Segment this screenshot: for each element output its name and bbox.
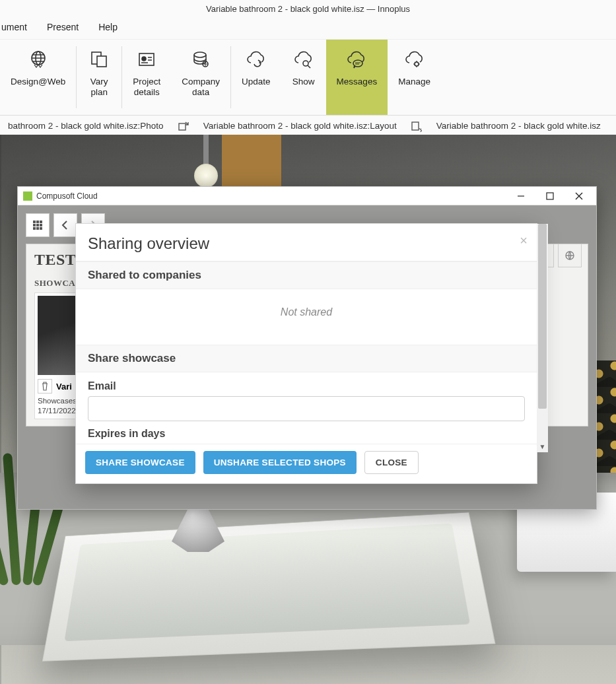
svg-rect-17 (33, 224, 36, 226)
ribbon-label: Update (242, 77, 271, 87)
update-cloud-icon (244, 48, 268, 71)
ribbon-project-details[interactable]: Project details (122, 40, 171, 115)
unshare-selected-button[interactable]: UNSHARE SELECTED SHOPS (203, 451, 357, 474)
ribbon-design-web[interactable]: Design@Web (0, 40, 76, 115)
ribbon-manage[interactable]: Manage (388, 40, 441, 115)
globe-icon (26, 48, 50, 71)
dialog-scrollbar[interactable]: ▲ ▼ (537, 224, 548, 452)
menu-item-document[interactable]: ument (1, 22, 27, 32)
manage-cloud-icon (403, 48, 427, 71)
ribbon-vary-plan[interactable]: Vary plan (77, 40, 121, 115)
svg-rect-13 (547, 193, 553, 199)
dialog-title: Sharing overview (76, 224, 537, 261)
doc-tab-layout[interactable]: Variable bathroom 2 - black gold white.i… (195, 117, 405, 135)
share-showcase-heading: Share showcase (76, 345, 537, 372)
svg-rect-3 (97, 56, 106, 67)
ribbon-label: Design@Web (11, 77, 65, 87)
svg-rect-19 (40, 224, 42, 226)
document-tabs: bathroom 2 - black gold white.isz:Photo … (0, 116, 616, 137)
compusoft-logo-icon (23, 191, 32, 201)
svg-rect-16 (40, 221, 42, 223)
messages-cloud-icon (345, 48, 368, 71)
show-cloud-icon (292, 48, 316, 71)
svg-rect-21 (36, 227, 39, 230)
back-button[interactable] (53, 213, 77, 237)
close-dialog-button[interactable]: CLOSE (364, 451, 419, 474)
not-shared-text: Not shared (76, 289, 537, 345)
cloud-window-titlebar: Compusoft Cloud (18, 187, 596, 205)
showcase-name: Vari (56, 382, 72, 392)
svg-rect-11 (179, 123, 186, 130)
svg-point-5 (142, 57, 146, 61)
ribbon-show[interactable]: Show (281, 40, 326, 115)
ribbon-toolbar: Design@Web Vary plan Project details Com… (0, 40, 616, 116)
svg-point-8 (303, 61, 308, 66)
dialog-footer: SHARE SHOWCASE UNSHARE SELECTED SHOPS CL… (76, 444, 537, 483)
doc-tab-photo[interactable]: bathroom 2 - black gold white.isz:Photo (0, 117, 172, 135)
expires-label: Expires in days (88, 428, 525, 440)
vary-plan-icon (87, 48, 111, 71)
project-details-icon (135, 48, 158, 71)
down-arrow[interactable]: ▼ (537, 441, 548, 452)
email-label: Email (88, 380, 525, 392)
ribbon-messages[interactable]: Messages (326, 40, 388, 115)
bathtub (42, 512, 496, 662)
svg-rect-20 (33, 227, 36, 230)
pendant-lamp (185, 135, 224, 194)
ribbon-label: Vary plan (90, 77, 108, 98)
export-star-icon[interactable] (410, 120, 423, 133)
ribbon-label: Manage (398, 77, 430, 87)
export-icon[interactable] (177, 120, 190, 133)
ribbon-company-data[interactable]: Company data (171, 40, 230, 115)
svg-rect-14 (33, 221, 36, 223)
ribbon-label: Project details (133, 77, 160, 98)
svg-rect-18 (36, 224, 39, 226)
menu-bar: ument Present Help (0, 18, 616, 40)
ribbon-label: Company data (182, 77, 220, 98)
shared-to-companies-heading: Shared to companies (76, 261, 537, 289)
sharing-overview-dialog: ▲ ▼ Sharing overview × Shared to compani… (75, 223, 537, 484)
ribbon-label: Show (292, 77, 315, 87)
company-data-icon (189, 48, 213, 71)
svg-rect-22 (40, 227, 42, 230)
minimize-button[interactable] (506, 187, 535, 205)
scrollbar-thumb[interactable] (538, 224, 547, 409)
close-button[interactable] (565, 187, 594, 205)
maximize-button[interactable] (535, 187, 565, 205)
svg-rect-15 (36, 221, 39, 223)
ribbon-label: Messages (337, 77, 378, 87)
svg-point-6 (194, 52, 206, 57)
app-window-title: Variable bathroom 2 - black gold white.i… (0, 0, 616, 18)
svg-rect-12 (412, 122, 419, 130)
ribbon-update[interactable]: Update (231, 40, 281, 115)
dialog-close-icon[interactable]: × (520, 233, 528, 248)
globe-button[interactable] (558, 244, 582, 267)
svg-rect-4 (139, 53, 154, 65)
cloud-window-title: Compusoft Cloud (36, 191, 98, 201)
grid-view-button[interactable] (26, 213, 50, 237)
share-showcase-button[interactable]: SHARE SHOWCASE (85, 451, 195, 474)
delete-showcase-button[interactable] (38, 379, 52, 393)
menu-item-help[interactable]: Help (98, 22, 118, 32)
doc-tab-main[interactable]: Variable bathroom 2 - black gold white.i… (428, 117, 609, 135)
menu-item-present[interactable]: Present (47, 22, 79, 32)
email-field[interactable] (88, 396, 525, 421)
door-frame (222, 135, 281, 188)
